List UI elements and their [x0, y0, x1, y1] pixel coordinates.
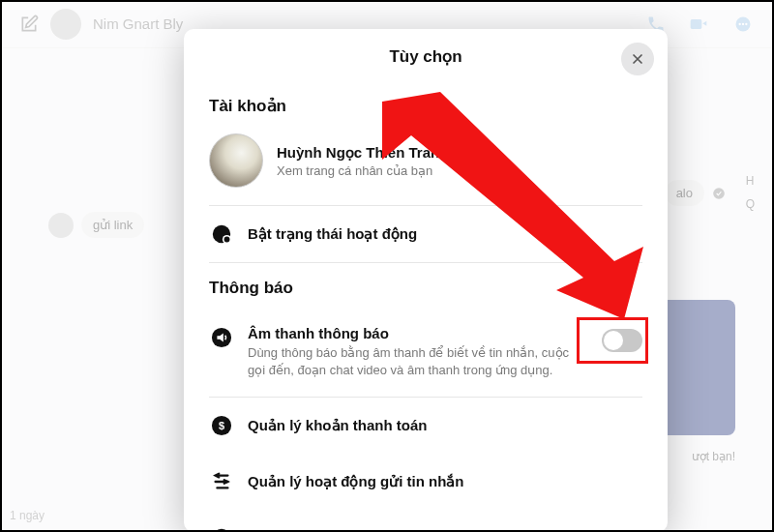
section-title-notifications: Thông báo	[209, 279, 642, 298]
message-delivery-icon	[209, 469, 234, 494]
profile-link[interactable]: Huỳnh Ngọc Thiên Trang Xem trang cá nhân…	[209, 130, 642, 205]
divider	[209, 262, 642, 263]
section-title-account: Tài khoản	[209, 96, 642, 116]
close-button[interactable]	[621, 43, 654, 75]
activity-status-item[interactable]: Bật trạng thái hoạt động	[209, 206, 642, 262]
modal-header: Tùy chọn	[184, 29, 668, 80]
avatar	[209, 133, 263, 188]
toggle-knob	[604, 331, 623, 350]
svg-point-8	[224, 237, 230, 243]
modal-body: Tài khoản Huỳnh Ngọc Thiên Trang Xem tra…	[184, 80, 668, 532]
notification-sound-desc: Dùng thông báo bằng âm thanh để biết về …	[248, 344, 588, 379]
activity-status-label: Bật trạng thái hoạt động	[248, 225, 417, 243]
manage-message-delivery-label: Quản lý hoạt động gửi tin nhắn	[248, 473, 463, 490]
manage-message-delivery-item[interactable]: Quản lý hoạt động gửi tin nhắn	[209, 454, 642, 510]
notification-sound-row: Âm thanh thông báo Dùng thông báo bằng â…	[209, 311, 642, 397]
blocking-icon	[209, 525, 234, 532]
profile-text: Huỳnh Ngọc Thiên Trang Xem trang cá nhân…	[277, 144, 448, 178]
notification-sound-title: Âm thanh thông báo	[248, 325, 588, 341]
manage-payments-label: Quản lý khoản thanh toán	[248, 417, 428, 434]
notification-sound-toggle[interactable]	[602, 329, 642, 352]
profile-name: Huỳnh Ngọc Thiên Trang	[277, 144, 448, 162]
activity-status-icon	[209, 222, 234, 247]
speaker-icon	[209, 325, 234, 350]
modal-title: Tùy chọn	[184, 46, 668, 67]
close-icon	[630, 51, 645, 67]
payments-icon: $	[209, 413, 234, 438]
profile-subtitle: Xem trang cá nhân của bạn	[277, 163, 448, 178]
svg-text:$: $	[219, 420, 224, 431]
manage-payments-item[interactable]: $ Quản lý khoản thanh toán	[209, 398, 642, 454]
manage-blocking-item[interactable]: Quản lý phần Chặn	[209, 510, 642, 532]
preferences-modal: Tùy chọn Tài khoản Huỳnh Ngọc Thiên Tran…	[184, 29, 668, 532]
notification-sound-text: Âm thanh thông báo Dùng thông báo bằng â…	[248, 325, 588, 379]
